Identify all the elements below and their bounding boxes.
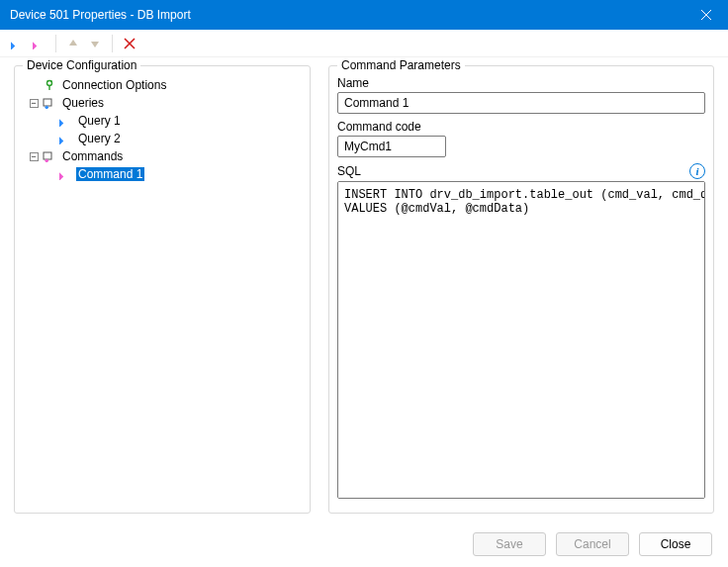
device-configuration-legend: Device Configuration — [23, 58, 140, 72]
svg-rect-12 — [44, 99, 51, 106]
info-icon[interactable]: i — [689, 163, 705, 179]
tree-item-query[interactable]: Query 1 — [43, 112, 302, 130]
tree-item-query[interactable]: Query 2 — [43, 130, 302, 147]
delete-button[interactable] — [121, 35, 138, 52]
arrow-up-icon — [67, 38, 79, 49]
sql-label: SQL — [337, 164, 361, 178]
titlebar: Device 501 Properties - DB Import — [0, 0, 728, 30]
pink-diamond-icon — [58, 167, 72, 181]
add-query-button[interactable] — [8, 35, 26, 52]
tree-label: Command 1 — [76, 167, 144, 181]
expander-icon[interactable]: − — [29, 151, 39, 161]
commands-icon — [43, 149, 56, 163]
command-code-label: Command code — [337, 120, 705, 134]
close-icon — [701, 10, 711, 20]
svg-marker-5 — [91, 42, 99, 47]
toolbar — [0, 30, 728, 57]
window-close-button[interactable] — [683, 0, 728, 30]
tree-item-queries[interactable]: − Queries — [27, 94, 302, 112]
add-command-button[interactable] — [30, 35, 47, 52]
device-configuration-panel: Device Configuration Connection Options … — [14, 65, 311, 514]
dialog-footer: Save Cancel Close — [0, 521, 728, 567]
toolbar-separator — [112, 35, 113, 52]
delete-x-icon — [124, 38, 136, 49]
pink-diamond-icon — [33, 38, 45, 49]
svg-rect-16 — [44, 152, 51, 159]
blue-diamond-icon — [58, 114, 72, 128]
save-button[interactable]: Save — [473, 532, 546, 556]
sql-textarea[interactable] — [337, 181, 705, 499]
command-parameters-panel: Command Parameters Name Command code SQL… — [328, 65, 714, 514]
svg-marker-4 — [69, 40, 77, 46]
svg-rect-3 — [33, 42, 37, 49]
svg-rect-14 — [59, 119, 63, 127]
queries-icon — [43, 96, 56, 110]
svg-rect-15 — [59, 137, 63, 144]
command-parameters-legend: Command Parameters — [337, 58, 465, 72]
command-code-input[interactable] — [337, 136, 446, 157]
cancel-button[interactable]: Cancel — [556, 532, 629, 556]
content-area: Device Configuration Connection Options … — [0, 57, 728, 521]
name-label: Name — [337, 76, 705, 90]
tree-item-commands[interactable]: − Commands — [27, 147, 302, 165]
window-title: Device 501 Properties - DB Import — [10, 8, 683, 22]
tree-label: Commands — [60, 149, 125, 163]
tree-item-command[interactable]: Command 1 — [43, 165, 302, 183]
plug-icon — [43, 78, 56, 92]
arrow-down-icon — [89, 38, 101, 49]
toolbar-separator — [55, 35, 56, 52]
tree-item-connection-options[interactable]: Connection Options — [27, 76, 302, 94]
move-up-button[interactable] — [64, 35, 82, 52]
tree-label: Query 2 — [76, 132, 123, 145]
svg-rect-2 — [11, 42, 15, 49]
tree-label: Connection Options — [60, 78, 168, 92]
close-button[interactable]: Close — [639, 532, 712, 556]
blue-diamond-icon — [11, 38, 23, 49]
svg-rect-18 — [59, 172, 63, 180]
name-input[interactable] — [337, 92, 705, 114]
move-down-button[interactable] — [86, 35, 104, 52]
expander-icon[interactable]: − — [29, 98, 39, 108]
tree-label: Queries — [60, 96, 106, 110]
config-tree[interactable]: Connection Options − Queries — [23, 76, 302, 505]
tree-label: Query 1 — [76, 114, 123, 128]
blue-diamond-icon — [58, 132, 72, 145]
